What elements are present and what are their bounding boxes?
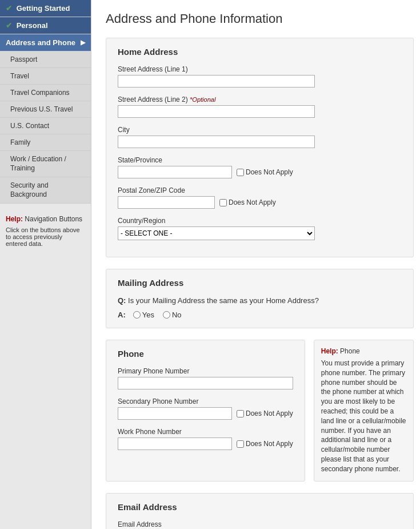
help-label: Help: (6, 215, 23, 223)
work-phone-input[interactable] (118, 437, 232, 450)
street2-label: Street Address (Line 2) *Optional (118, 96, 402, 104)
primary-phone-label: Primary Phone Number (118, 367, 293, 375)
sidebar-item-security-background[interactable]: Security and Background (0, 177, 91, 204)
secondary-phone-does-not-apply-checkbox[interactable] (237, 410, 244, 417)
mailing-yes-option[interactable]: Yes (133, 311, 154, 319)
secondary-phone-label: Secondary Phone Number (118, 397, 293, 405)
work-phone-does-not-apply-checkbox[interactable] (237, 440, 244, 448)
work-phone-row: Does Not Apply (118, 437, 293, 450)
city-input[interactable] (118, 136, 315, 148)
email-group: Email Address (e.g., emailaddress@exampl… (118, 520, 402, 529)
sidebar-item-work-education-training[interactable]: Work / Education / Training (0, 151, 91, 177)
phone-help-text: You must provide a primary phone number.… (321, 359, 406, 474)
street2-group: Street Address (Line 2) *Optional (118, 96, 402, 118)
sidebar-item-personal[interactable]: ✔ Personal (0, 17, 91, 34)
state-label: State/Province (118, 156, 402, 164)
email-section: Email Address Email Address (e.g., email… (106, 493, 414, 529)
mailing-no-option[interactable]: No (163, 311, 182, 319)
email-section-title: Email Address (118, 502, 402, 512)
work-phone-does-not-apply-label[interactable]: Does Not Apply (237, 440, 293, 448)
sidebar: ✔ Getting Started ✔ Personal Address and… (0, 0, 91, 529)
primary-phone-input[interactable] (118, 377, 293, 389)
mailing-address-section: Mailing Address Q: Is your Mailing Addre… (106, 269, 414, 328)
country-label: Country/Region (118, 217, 402, 225)
street2-input[interactable] (118, 105, 315, 118)
help-navigation: Help: Navigation Buttons Click on the bu… (0, 209, 91, 253)
city-label: City (118, 126, 402, 134)
postal-label: Postal Zone/ZIP Code (118, 186, 402, 194)
mailing-yes-radio[interactable] (133, 311, 141, 319)
mailing-address-title: Mailing Address (118, 278, 402, 288)
mailing-question: Q: Is your Mailing Address the same as y… (118, 296, 402, 305)
state-input[interactable] (118, 166, 232, 178)
sidebar-item-address-and-phone[interactable]: Address and Phone ▶ (0, 34, 91, 51)
postal-does-not-apply-checkbox[interactable] (219, 199, 227, 206)
phone-help-box: Help: Phone You must provide a primary p… (314, 340, 414, 482)
state-does-not-apply-checkbox[interactable] (237, 169, 244, 176)
phone-title: Phone (118, 349, 293, 359)
state-input-row: Does Not Apply (118, 166, 402, 178)
secondary-phone-input[interactable] (118, 407, 232, 420)
postal-does-not-apply-label[interactable]: Does Not Apply (219, 198, 276, 206)
page-title: Address and Phone Information (106, 11, 414, 26)
sidebar-item-passport[interactable]: Passport (0, 51, 91, 68)
city-group: City (118, 126, 402, 148)
help-body: Click on the buttons above to access pre… (6, 226, 85, 247)
mailing-answer-row: A: Yes No (118, 311, 402, 319)
arrow-icon: ▶ (81, 39, 85, 46)
sidebar-item-getting-started[interactable]: ✔ Getting Started (0, 0, 91, 17)
home-address-title: Home Address (118, 47, 402, 57)
sidebar-item-family[interactable]: Family (0, 134, 91, 151)
home-address-section: Home Address Street Address (Line 1) Str… (106, 38, 414, 257)
country-select[interactable]: - SELECT ONE - United States Canada Mexi… (118, 226, 315, 240)
street1-group: Street Address (Line 1) (118, 65, 402, 87)
state-group: State/Province Does Not Apply (118, 156, 402, 178)
phone-help-title: Help: Phone (321, 347, 406, 355)
secondary-phone-group: Secondary Phone Number Does Not Apply (118, 397, 293, 420)
secondary-phone-does-not-apply-label[interactable]: Does Not Apply (237, 409, 293, 417)
postal-group: Postal Zone/ZIP Code Does Not Apply (118, 186, 402, 209)
email-label: Email Address (118, 520, 402, 528)
phone-area: Phone Primary Phone Number Secondary Pho… (106, 340, 414, 482)
postal-input[interactable] (118, 196, 215, 209)
street1-input[interactable] (118, 75, 315, 87)
phone-section: Phone Primary Phone Number Secondary Pho… (106, 340, 305, 482)
main-content: Address and Phone Information Home Addre… (91, 0, 420, 529)
state-does-not-apply-label[interactable]: Does Not Apply (237, 168, 293, 176)
sidebar-item-us-contact[interactable]: U.S. Contact (0, 118, 91, 134)
checkmark-icon: ✔ (6, 4, 12, 13)
sidebar-item-previous-us-travel[interactable]: Previous U.S. Travel (0, 101, 91, 118)
postal-input-row: Does Not Apply (118, 196, 402, 209)
sidebar-item-travel[interactable]: Travel (0, 68, 91, 85)
mailing-no-radio[interactable] (163, 311, 170, 319)
sidebar-item-travel-companions[interactable]: Travel Companions (0, 85, 91, 101)
work-phone-label: Work Phone Number (118, 428, 293, 436)
secondary-phone-row: Does Not Apply (118, 407, 293, 420)
primary-phone-group: Primary Phone Number (118, 367, 293, 389)
checkmark-icon: ✔ (6, 21, 12, 30)
work-phone-group: Work Phone Number Does Not Apply (118, 428, 293, 450)
country-group: Country/Region - SELECT ONE - United Sta… (118, 217, 402, 240)
street1-label: Street Address (Line 1) (118, 65, 402, 73)
